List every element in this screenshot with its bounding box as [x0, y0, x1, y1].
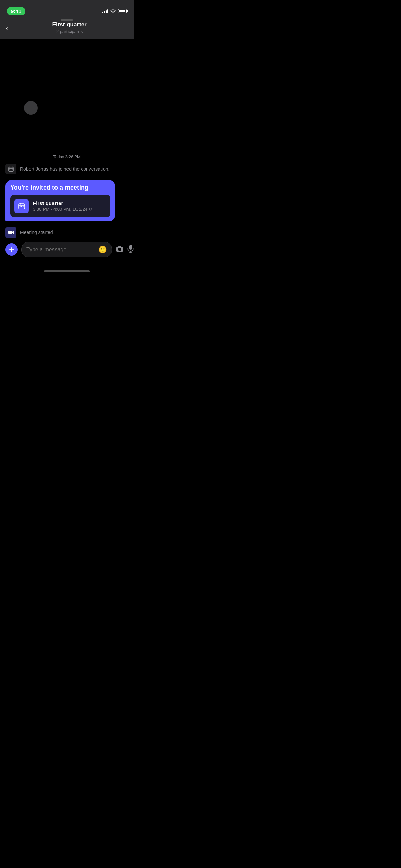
svg-rect-11: [20, 206, 21, 207]
message-input[interactable]: [26, 246, 95, 253]
meeting-started-message: Meeting started: [5, 227, 128, 238]
signal-bar-4: [107, 9, 108, 13]
drag-handle: [61, 19, 73, 21]
signal-bar-3: [106, 10, 107, 13]
svg-rect-5: [11, 169, 11, 170]
svg-rect-4: [10, 169, 10, 170]
status-icons: [102, 8, 127, 14]
battery-icon: [118, 9, 127, 13]
camera-icon[interactable]: [116, 245, 124, 254]
meeting-started-text: Meeting started: [20, 230, 53, 235]
microphone-icon[interactable]: [127, 245, 134, 255]
refresh-icon: ↻: [89, 207, 92, 212]
meeting-time-text: 3:30 PM - 4:00 PM, 16/2/24: [33, 207, 87, 212]
meeting-time: 3:30 PM - 4:00 PM, 16/2/24 ↻: [33, 207, 106, 212]
svg-rect-14: [8, 231, 12, 234]
participant-avatar: [24, 101, 38, 115]
join-message-text: Robert Jonas has joined the conversation…: [20, 166, 110, 172]
battery-fill: [119, 10, 125, 12]
signal-bar-2: [104, 11, 105, 13]
meeting-invite-bubble[interactable]: You're invited to a meeting First quarte…: [5, 180, 115, 221]
status-time: 9:41: [7, 7, 25, 15]
meeting-calendar-icon: [14, 199, 29, 213]
home-bar: [44, 270, 90, 272]
svg-rect-13: [23, 206, 24, 207]
status-bar: 9:41: [0, 0, 134, 17]
svg-rect-12: [21, 206, 22, 207]
signal-bars-icon: [102, 9, 108, 13]
meeting-info: First quarter 3:30 PM - 4:00 PM, 16/2/24…: [33, 200, 106, 212]
svg-rect-18: [129, 245, 132, 250]
input-bar: 🙂: [0, 238, 134, 268]
svg-point-17: [119, 248, 121, 250]
participant-area: [0, 39, 134, 149]
video-camera-icon: [5, 227, 16, 238]
meeting-card[interactable]: First quarter 3:30 PM - 4:00 PM, 16/2/24…: [10, 195, 110, 217]
home-indicator: [0, 268, 134, 274]
messages-area: Today 3:26 PM Robert Jonas has joined th…: [0, 155, 134, 238]
message-input-container[interactable]: 🙂: [21, 242, 112, 257]
svg-rect-6: [12, 169, 13, 170]
chat-header: ‹ First quarter 2 participants: [0, 17, 134, 39]
wifi-icon: [110, 8, 116, 14]
calendar-icon: [5, 164, 16, 174]
system-join-message: Robert Jonas has joined the conversation…: [5, 164, 128, 174]
invite-title: You're invited to a meeting: [10, 184, 110, 191]
back-button[interactable]: ‹: [5, 24, 8, 33]
header-center: First quarter 2 participants: [11, 21, 128, 34]
meeting-name: First quarter: [33, 200, 106, 206]
chat-title: First quarter: [11, 21, 128, 28]
chat-area: Today 3:26 PM Robert Jonas has joined th…: [0, 39, 134, 238]
participant-count: 2 participants: [11, 29, 128, 34]
timestamp-label: Today 3:26 PM: [5, 155, 128, 159]
emoji-icon[interactable]: 🙂: [98, 245, 107, 254]
add-button[interactable]: [5, 243, 18, 256]
signal-bar-1: [102, 12, 103, 13]
